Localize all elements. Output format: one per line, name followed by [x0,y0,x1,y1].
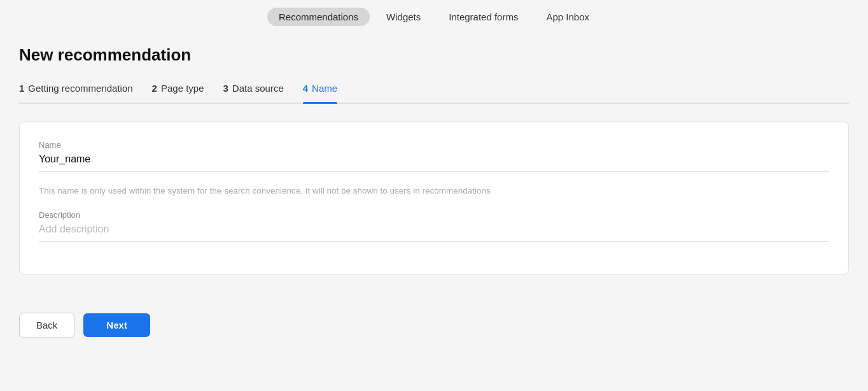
step-label-getting-recommendation: Getting recommendation [28,83,132,94]
page-content: New recommendation 1Getting recommendati… [0,32,868,306]
name-label: Name [39,140,829,150]
name-field-group: Name Your_name [39,140,829,172]
nav-item-app-inbox[interactable]: App Inbox [535,8,601,26]
top-navigation: RecommendationsWidgetsIntegrated formsAp… [0,0,868,32]
step-label-data-source: Data source [232,83,284,94]
step-number-data-source: 3 [223,83,228,94]
step-page-type[interactable]: 2Page type [152,83,204,103]
form-card: Name Your_name This name is only used wi… [19,122,849,274]
step-label-page-type: Page type [161,83,204,94]
step-number-name: 4 [303,83,308,94]
description-label: Description [39,210,829,220]
nav-item-integrated-forms[interactable]: Integrated forms [437,8,529,26]
step-data-source[interactable]: 3Data source [223,83,284,103]
buttons-row: Back Next [0,306,868,344]
next-button[interactable]: Next [83,313,150,337]
description-field-group: Description Add description [39,210,829,242]
name-hint: This name is only used within the system… [39,185,829,197]
step-number-getting-recommendation: 1 [19,83,24,94]
step-number-page-type: 2 [152,83,157,94]
back-button[interactable]: Back [19,313,74,338]
nav-item-widgets[interactable]: Widgets [375,8,432,26]
step-getting-recommendation[interactable]: 1Getting recommendation [19,83,133,103]
steps-bar: 1Getting recommendation2Page type3Data s… [19,83,849,104]
page-title: New recommendation [19,45,849,65]
name-value[interactable]: Your_name [39,153,829,172]
nav-item-recommendations[interactable]: Recommendations [267,8,370,26]
step-name[interactable]: 4Name [303,83,337,103]
description-value[interactable]: Add description [39,224,829,242]
step-label-name: Name [312,83,337,94]
